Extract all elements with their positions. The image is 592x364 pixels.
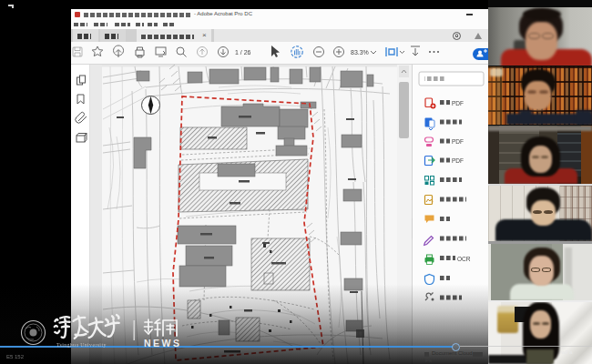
svg-text:NEWS: NEWS bbox=[144, 338, 182, 349]
svg-text:Tsinghua University: Tsinghua University bbox=[56, 342, 107, 348]
